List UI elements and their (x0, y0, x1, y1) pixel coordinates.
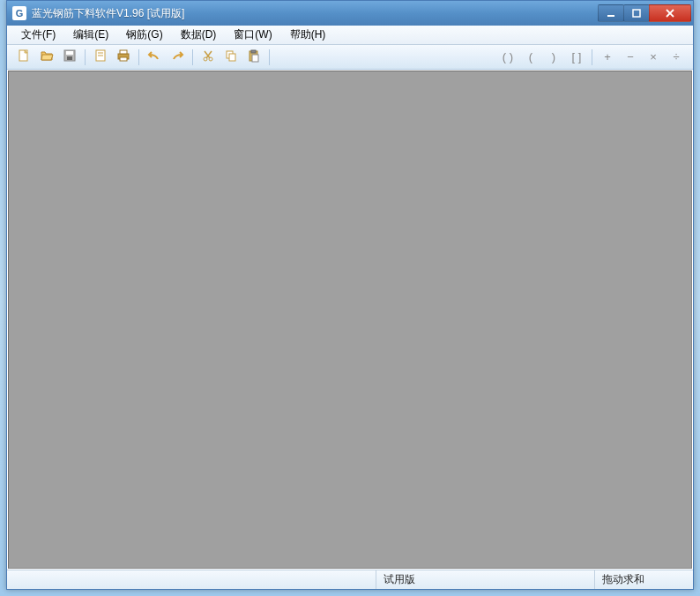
window-controls (599, 4, 691, 22)
maximize-button[interactable] (623, 4, 650, 22)
minimize-button[interactable] (598, 4, 624, 22)
page-button[interactable] (90, 48, 111, 67)
save-icon (63, 48, 77, 65)
toolbar-separator (192, 49, 193, 65)
menu-help[interactable]: 帮助(H) (281, 26, 335, 44)
plus-button[interactable]: + (597, 48, 618, 67)
undo-icon (147, 48, 161, 65)
paste-icon (247, 48, 261, 65)
workspace[interactable] (8, 71, 692, 569)
svg-point-16 (204, 57, 207, 61)
redo-icon (170, 48, 184, 65)
paren-close-icon: ) (545, 50, 562, 63)
open-button[interactable] (36, 48, 57, 67)
open-folder-icon (40, 48, 54, 65)
undo-button[interactable] (144, 48, 165, 67)
status-left (7, 570, 376, 589)
svg-point-17 (209, 57, 212, 61)
svg-rect-1 (633, 10, 640, 17)
status-middle: 试用版 (376, 570, 594, 589)
times-button[interactable]: × (643, 48, 664, 67)
copy-button[interactable] (220, 48, 242, 67)
toolbar-separator (592, 49, 592, 65)
toolbar-separator (138, 49, 139, 65)
save-button[interactable] (59, 48, 80, 67)
svg-rect-6 (66, 51, 73, 55)
paren-open-button[interactable]: ( (520, 48, 541, 67)
svg-rect-13 (120, 57, 127, 61)
paren-close-button[interactable]: ) (543, 48, 564, 67)
menu-edit[interactable]: 编辑(E) (64, 26, 117, 44)
menubar: 文件(F) 编辑(E) 钢筋(G) 数据(D) 窗口(W) 帮助(H) (7, 26, 693, 45)
paren-pair-button[interactable]: ( ) (497, 48, 518, 67)
menu-rebar[interactable]: 钢筋(G) (117, 26, 171, 44)
cut-button[interactable] (197, 48, 219, 67)
cut-icon (201, 48, 215, 65)
svg-rect-19 (229, 54, 235, 61)
svg-rect-7 (67, 56, 72, 60)
menu-file[interactable]: 文件(F) (12, 26, 64, 44)
minus-button[interactable]: − (620, 48, 641, 67)
toolbar: ( ) ( ) [ ] + − × ÷ (7, 45, 693, 70)
paste-button[interactable] (243, 48, 264, 67)
menu-window[interactable]: 窗口(W) (225, 26, 280, 44)
toolbar-separator (269, 49, 270, 65)
page-icon (93, 48, 108, 65)
status-right: 拖动求和 (594, 570, 693, 589)
copy-icon (224, 48, 238, 65)
divide-icon: ÷ (667, 50, 685, 63)
bracket-button[interactable]: [ ] (566, 48, 587, 67)
new-file-icon (17, 48, 31, 65)
close-button[interactable] (649, 4, 691, 22)
svg-rect-12 (120, 50, 127, 54)
main-window: G 蓝光钢筋下料软件V1.96 [试用版] 文件(F) 编辑(E) 钢筋(G) … (6, 0, 694, 590)
titlebar[interactable]: G 蓝光钢筋下料软件V1.96 [试用版] (7, 1, 693, 26)
statusbar: 试用版 拖动求和 (7, 570, 693, 589)
bracket-icon: [ ] (568, 50, 585, 63)
paren-open-icon: ( (522, 50, 540, 63)
print-icon (116, 48, 130, 65)
plus-icon: + (599, 50, 616, 63)
svg-rect-22 (252, 55, 258, 62)
app-icon: G (12, 6, 26, 20)
times-icon: × (644, 50, 662, 63)
print-button[interactable] (113, 48, 134, 67)
divide-button[interactable]: ÷ (666, 48, 687, 67)
paren-icon: ( ) (499, 50, 517, 63)
redo-button[interactable] (167, 48, 188, 67)
minus-icon: − (622, 50, 639, 63)
window-title: 蓝光钢筋下料软件V1.96 [试用版] (32, 6, 599, 21)
toolbar-separator (85, 49, 86, 65)
new-button[interactable] (13, 48, 34, 67)
menu-data[interactable]: 数据(D) (172, 26, 226, 44)
svg-rect-21 (251, 50, 256, 53)
